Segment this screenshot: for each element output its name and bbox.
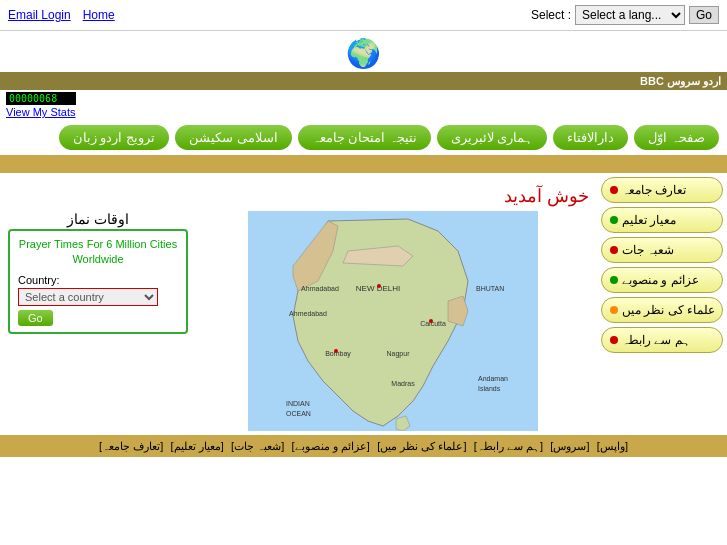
footer-link-4[interactable]: [علماء کی نظر میں] <box>377 440 466 452</box>
prayer-box-title: Prayer Times For 6 Million Cities Worldw… <box>18 237 178 268</box>
bbc-bar: BBC اردو سروس <box>0 72 727 90</box>
sidebar-label-4: عزائم و منصوبے <box>622 273 699 287</box>
footer-link-3[interactable]: [ہم سے رابطہ] <box>474 440 543 452</box>
sidebar-btn-6[interactable]: ہم سے رابطہ <box>601 327 723 353</box>
country-label: Country: <box>18 274 178 286</box>
sidebar-btn-2[interactable]: معیار تعلیم <box>601 207 723 233</box>
select-label: Select : <box>531 8 571 22</box>
sidebar-dot-3 <box>610 246 618 254</box>
footer-bar: [واپس] [سروس] [ہم سے رابطہ] [علماء کی نظ… <box>0 435 727 457</box>
india-map: NEW DELHI Calcutta Bombay Nagpur Madras … <box>248 211 538 431</box>
svg-point-19 <box>429 319 433 323</box>
welcome-text: خوش آمدید <box>8 177 589 211</box>
footer-link-8[interactable]: [تعارف جامعہ] <box>99 440 163 452</box>
prayer-box-inner: Prayer Times For 6 Million Cities Worldw… <box>8 229 188 334</box>
sidebar-label-1: تعارف جامعہ <box>622 183 686 197</box>
nav-btn-2[interactable]: دارالافتاء <box>553 125 628 150</box>
prayer-map-area: اوقات نماز Prayer Times For 6 Million Ci… <box>8 211 589 431</box>
sidebar-label-6: ہم سے رابطہ <box>622 333 690 347</box>
language-select[interactable]: Select a lang... Urdu English Arabic <box>575 5 685 25</box>
svg-text:INDIAN: INDIAN <box>286 400 310 407</box>
svg-text:Ahmadabad: Ahmadabad <box>301 285 339 292</box>
go-button[interactable]: Go <box>689 6 719 24</box>
footer-link-1[interactable]: [واپس] <box>597 440 628 452</box>
sidebar-label-5: علماء کی نظر میں <box>622 303 715 317</box>
sidebar-dot-4 <box>610 276 618 284</box>
sidebar-dot-6 <box>610 336 618 344</box>
nav-btn-3[interactable]: ہماری لائبریری <box>437 125 548 150</box>
globe-icon: 🌍 <box>346 38 381 69</box>
footer-link-7[interactable]: [معیار تعلیم] <box>171 440 224 452</box>
nav-btn-4[interactable]: نتیجہ امتحان جامعہ <box>298 125 431 150</box>
nav-btn-1[interactable]: صفحہ اوّل <box>634 125 719 150</box>
stats-row: 00000068 View My Stats <box>0 90 727 120</box>
svg-text:Madras: Madras <box>391 380 415 387</box>
prayer-times-box: اوقات نماز Prayer Times For 6 Million Ci… <box>8 211 188 334</box>
country-select-wrap: Select a country Go <box>18 288 178 326</box>
svg-text:Bombay: Bombay <box>325 350 351 358</box>
sidebar-btn-1[interactable]: تعارف جامعہ <box>601 177 723 203</box>
svg-text:OCEAN: OCEAN <box>286 410 311 417</box>
sidebar-btn-5[interactable]: علماء کی نظر میں <box>601 297 723 323</box>
email-login-link[interactable]: Email Login <box>8 8 71 22</box>
stats-counter: 00000068 <box>6 92 76 105</box>
sidebar-label-2: معیار تعلیم <box>622 213 676 227</box>
nav-buttons: صفحہ اوّل دارالافتاء ہماری لائبریری نتیج… <box>0 120 727 155</box>
main-content: خوش آمدید اوقات نماز Prayer Times For 6 … <box>0 173 727 435</box>
gold-divider <box>0 155 727 173</box>
map-area: NEW DELHI Calcutta Bombay Nagpur Madras … <box>196 211 589 431</box>
svg-text:Ahmedabad: Ahmedabad <box>289 310 327 317</box>
svg-text:Islands: Islands <box>478 385 501 392</box>
footer-link-5[interactable]: [عزائم و منصوبے] <box>292 440 370 452</box>
svg-point-20 <box>334 349 338 353</box>
sidebar-dot-5 <box>610 306 618 314</box>
svg-point-18 <box>377 284 381 288</box>
svg-text:Calcutta: Calcutta <box>420 320 446 327</box>
svg-text:Andaman: Andaman <box>478 375 508 382</box>
footer-link-6[interactable]: [شعبہ جات] <box>231 440 284 452</box>
sidebar-btn-4[interactable]: عزائم و منصوبے <box>601 267 723 293</box>
sidebar: تعارف جامعہ معیار تعلیم شعبہ جات عزائم و… <box>597 173 727 435</box>
view-stats-link[interactable]: View My Stats <box>6 106 76 118</box>
prayer-go-button[interactable]: Go <box>18 310 53 326</box>
header-right: Select : Select a lang... Urdu English A… <box>531 5 719 25</box>
svg-text:BHUTAN: BHUTAN <box>476 285 504 292</box>
nav-btn-6[interactable]: ترویج اردو زبان <box>59 125 169 150</box>
sidebar-label-3: شعبہ جات <box>622 243 674 257</box>
center-area: خوش آمدید اوقات نماز Prayer Times For 6 … <box>0 173 597 435</box>
svg-text:Nagpur: Nagpur <box>386 350 410 358</box>
bbc-text: BBC اردو سروس <box>640 75 721 88</box>
nav-btn-5[interactable]: اسلامی سکیشن <box>175 125 292 150</box>
country-select[interactable]: Select a country <box>18 288 158 306</box>
sidebar-btn-3[interactable]: شعبہ جات <box>601 237 723 263</box>
awqat-label: اوقات نماز <box>8 211 188 227</box>
header: Email Login Home Select : Select a lang.… <box>0 0 727 31</box>
home-link[interactable]: Home <box>83 8 115 22</box>
sidebar-dot-1 <box>610 186 618 194</box>
globe-area: 🌍 <box>0 31 727 72</box>
footer-link-2[interactable]: [سروس] <box>550 440 589 452</box>
sidebar-dot-2 <box>610 216 618 224</box>
